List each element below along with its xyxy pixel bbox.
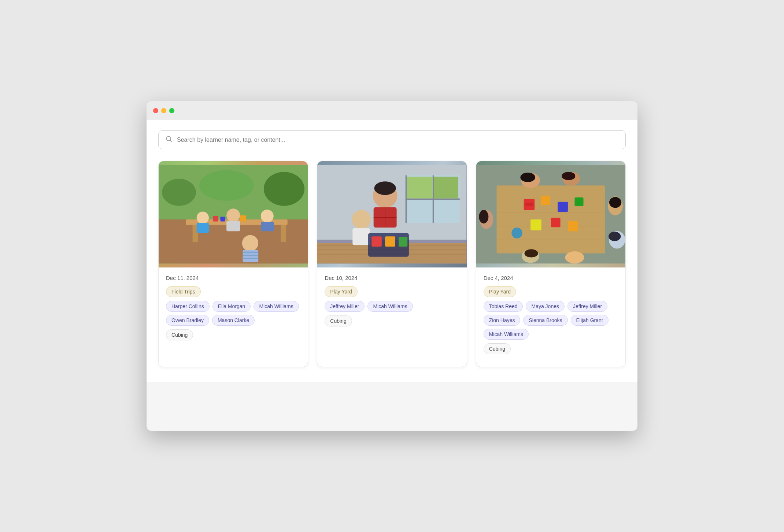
card-3-date: Dec 4, 2024 — [484, 275, 618, 281]
card-3-body: Dec 4, 2024 Play Yard Tobias Reed Maya J… — [476, 267, 625, 367]
svg-rect-46 — [385, 236, 395, 247]
card-1-people-tags: Harper Collins Ella Morgan Micah William… — [166, 301, 300, 326]
card-3[interactable]: Dec 4, 2024 Play Yard Tobias Reed Maya J… — [476, 161, 626, 367]
search-bar — [158, 130, 626, 149]
tag-mason-clarke[interactable]: Mason Clarke — [212, 315, 255, 326]
tag-micah-williams-2[interactable]: Micah Williams — [367, 301, 413, 312]
search-icon — [165, 135, 173, 144]
card-1-content-tags: Cubing — [166, 329, 300, 340]
card-3-people-tags: Tobias Reed Maya Jones Jeffrey Miller Zi… — [484, 301, 618, 340]
svg-point-71 — [479, 210, 488, 223]
svg-point-66 — [562, 172, 575, 180]
tag-cubing-2[interactable]: Cubing — [325, 315, 352, 326]
tag-sienna-brooks[interactable]: Sienna Brooks — [523, 315, 567, 326]
svg-rect-61 — [568, 221, 578, 232]
svg-rect-17 — [220, 217, 225, 221]
tag-elijah-grant[interactable]: Elijah Grant — [571, 315, 609, 326]
svg-point-10 — [197, 212, 209, 224]
tag-field-trips[interactable]: Field Trips — [166, 286, 201, 297]
svg-rect-11 — [197, 223, 209, 233]
svg-point-19 — [242, 235, 258, 251]
card-2-image — [317, 161, 466, 267]
tag-jeffrey-miller-2[interactable]: Jeffrey Miller — [325, 301, 365, 312]
card-1-category-tags: Field Trips — [166, 286, 300, 297]
card-1-date: Dec 11, 2024 — [166, 275, 300, 281]
svg-rect-55 — [525, 203, 533, 206]
card-2[interactable]: Dec 10, 2024 Play Yard Jeffrey Miller Mi… — [317, 161, 467, 367]
svg-rect-59 — [530, 219, 541, 230]
svg-point-42 — [352, 210, 371, 229]
tag-harper-collins[interactable]: Harper Collins — [166, 301, 210, 312]
close-button[interactable] — [153, 108, 158, 113]
svg-point-68 — [524, 249, 538, 257]
svg-rect-31 — [434, 177, 459, 198]
svg-rect-58 — [574, 197, 583, 206]
cards-grid: Dec 11, 2024 Field Trips Harper Collins … — [158, 161, 626, 367]
svg-rect-47 — [399, 237, 408, 247]
search-input[interactable] — [177, 137, 619, 143]
svg-rect-23 — [243, 258, 259, 259]
tag-ella-morgan[interactable]: Ella Morgan — [212, 301, 251, 312]
svg-rect-16 — [213, 216, 218, 222]
maximize-button[interactable] — [169, 108, 174, 113]
svg-rect-43 — [353, 228, 370, 245]
svg-point-69 — [565, 251, 584, 263]
tag-cubing-3[interactable]: Cubing — [484, 343, 511, 354]
svg-rect-57 — [558, 202, 568, 212]
svg-point-62 — [511, 228, 522, 239]
card-2-date: Dec 10, 2024 — [325, 275, 459, 281]
svg-point-12 — [226, 208, 240, 222]
svg-rect-30 — [407, 177, 433, 198]
svg-rect-15 — [261, 222, 274, 231]
card-2-category-tags: Play Yard — [325, 286, 459, 297]
content-area: Dec 11, 2024 Field Trips Harper Collins … — [147, 120, 637, 382]
svg-rect-21 — [243, 252, 259, 253]
card-2-body: Dec 10, 2024 Play Yard Jeffrey Miller Mi… — [317, 267, 466, 339]
svg-rect-13 — [226, 221, 240, 232]
tag-owen-bradley[interactable]: Owen Bradley — [166, 315, 209, 326]
card-1-image — [159, 161, 308, 267]
svg-rect-18 — [240, 215, 246, 222]
tag-tobias-reed[interactable]: Tobias Reed — [484, 301, 523, 312]
card-2-people-tags: Jeffrey Miller Micah Williams — [325, 301, 459, 312]
svg-rect-45 — [371, 236, 382, 247]
tag-play-yard-2[interactable]: Play Yard — [325, 286, 357, 297]
svg-point-6 — [199, 170, 254, 201]
tag-micah-williams-3[interactable]: Micah Williams — [484, 329, 529, 340]
svg-point-38 — [374, 181, 396, 195]
svg-rect-9 — [281, 225, 286, 242]
svg-rect-29 — [406, 198, 460, 200]
svg-point-14 — [261, 210, 274, 222]
svg-rect-60 — [551, 218, 560, 227]
tag-jeffrey-miller-3[interactable]: Jeffrey Miller — [567, 301, 607, 312]
svg-rect-22 — [243, 255, 259, 256]
tag-zion-hayes[interactable]: Zion Hayes — [484, 315, 521, 326]
svg-point-75 — [609, 232, 621, 241]
minimize-button[interactable] — [161, 108, 166, 113]
card-3-category-tags: Play Yard — [484, 286, 618, 297]
svg-line-1 — [170, 140, 172, 142]
card-1-body: Dec 11, 2024 Field Trips Harper Collins … — [159, 267, 308, 353]
svg-point-64 — [520, 173, 535, 182]
svg-point-5 — [264, 172, 304, 206]
card-2-content-tags: Cubing — [325, 315, 459, 326]
svg-point-73 — [609, 197, 621, 208]
title-bar — [147, 101, 637, 120]
svg-point-4 — [162, 179, 196, 206]
card-3-content-tags: Cubing — [484, 343, 618, 354]
tag-play-yard-3[interactable]: Play Yard — [484, 286, 516, 297]
svg-rect-56 — [541, 196, 550, 205]
tag-maya-jones[interactable]: Maya Jones — [526, 301, 564, 312]
tag-cubing-1[interactable]: Cubing — [166, 329, 193, 340]
card-3-image — [476, 161, 625, 267]
tag-micah-williams-1[interactable]: Micah Williams — [254, 301, 299, 312]
app-window: Dec 11, 2024 Field Trips Harper Collins … — [147, 101, 637, 431]
card-1[interactable]: Dec 11, 2024 Field Trips Harper Collins … — [158, 161, 308, 367]
